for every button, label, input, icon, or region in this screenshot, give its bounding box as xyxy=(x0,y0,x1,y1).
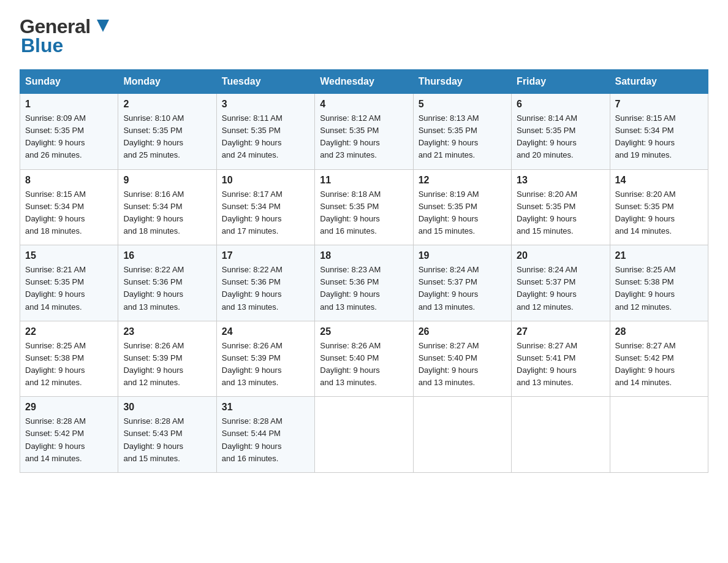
calendar-cell xyxy=(610,397,708,473)
day-number: 30 xyxy=(123,402,211,413)
day-info: Sunrise: 8:19 AM Sunset: 5:35 PM Dayligh… xyxy=(419,188,506,238)
day-number: 31 xyxy=(222,402,309,413)
calendar-cell: 10 Sunrise: 8:17 AM Sunset: 5:34 PM Dayl… xyxy=(216,169,314,245)
day-number: 21 xyxy=(615,250,703,261)
calendar-cell: 23 Sunrise: 8:26 AM Sunset: 5:39 PM Dayl… xyxy=(118,321,216,397)
calendar-cell: 21 Sunrise: 8:25 AM Sunset: 5:38 PM Dayl… xyxy=(610,245,708,321)
calendar-cell: 8 Sunrise: 8:15 AM Sunset: 5:34 PM Dayli… xyxy=(20,169,118,245)
day-number: 11 xyxy=(320,175,408,186)
calendar-header-row: SundayMondayTuesdayWednesdayThursdayFrid… xyxy=(20,70,708,94)
day-info: Sunrise: 8:17 AM Sunset: 5:34 PM Dayligh… xyxy=(222,188,309,238)
calendar-cell: 30 Sunrise: 8:28 AM Sunset: 5:43 PM Dayl… xyxy=(118,397,216,473)
day-info: Sunrise: 8:21 AM Sunset: 5:35 PM Dayligh… xyxy=(25,264,113,313)
day-number: 9 xyxy=(123,175,211,186)
calendar-cell: 20 Sunrise: 8:24 AM Sunset: 5:37 PM Dayl… xyxy=(512,245,610,321)
calendar-cell: 18 Sunrise: 8:23 AM Sunset: 5:36 PM Dayl… xyxy=(315,245,413,321)
calendar-cell: 26 Sunrise: 8:27 AM Sunset: 5:40 PM Dayl… xyxy=(413,321,511,397)
day-info: Sunrise: 8:20 AM Sunset: 5:35 PM Dayligh… xyxy=(517,188,604,238)
day-number: 18 xyxy=(320,250,408,261)
day-info: Sunrise: 8:13 AM Sunset: 5:35 PM Dayligh… xyxy=(419,112,506,162)
day-number: 12 xyxy=(419,175,506,186)
calendar-cell: 25 Sunrise: 8:26 AM Sunset: 5:40 PM Dayl… xyxy=(315,321,413,397)
calendar-cell: 14 Sunrise: 8:20 AM Sunset: 5:35 PM Dayl… xyxy=(610,169,708,245)
day-info: Sunrise: 8:24 AM Sunset: 5:37 PM Dayligh… xyxy=(419,264,506,313)
calendar-cell: 22 Sunrise: 8:25 AM Sunset: 5:38 PM Dayl… xyxy=(20,321,118,397)
day-info: Sunrise: 8:14 AM Sunset: 5:35 PM Dayligh… xyxy=(517,112,604,162)
calendar-cell: 1 Sunrise: 8:09 AM Sunset: 5:35 PM Dayli… xyxy=(20,94,118,170)
day-number: 20 xyxy=(517,250,604,261)
calendar-cell: 6 Sunrise: 8:14 AM Sunset: 5:35 PM Dayli… xyxy=(512,94,610,170)
calendar-cell xyxy=(315,397,413,473)
logo-blue-text: Blue xyxy=(21,34,63,56)
column-header-friday: Friday xyxy=(512,70,610,94)
day-info: Sunrise: 8:20 AM Sunset: 5:35 PM Dayligh… xyxy=(615,188,703,238)
column-header-sunday: Sunday xyxy=(20,70,118,94)
day-number: 24 xyxy=(222,326,309,337)
svg-marker-0 xyxy=(97,20,109,32)
column-header-monday: Monday xyxy=(118,70,216,94)
day-number: 4 xyxy=(320,99,408,110)
calendar-week-row: 29 Sunrise: 8:28 AM Sunset: 5:42 PM Dayl… xyxy=(20,397,708,473)
day-number: 7 xyxy=(615,99,703,110)
column-header-wednesday: Wednesday xyxy=(315,70,413,94)
day-number: 13 xyxy=(517,175,604,186)
logo: General Blue xyxy=(20,15,114,57)
day-number: 27 xyxy=(517,326,604,337)
day-number: 22 xyxy=(25,326,113,337)
calendar-cell: 13 Sunrise: 8:20 AM Sunset: 5:35 PM Dayl… xyxy=(512,169,610,245)
day-info: Sunrise: 8:25 AM Sunset: 5:38 PM Dayligh… xyxy=(615,264,703,313)
day-info: Sunrise: 8:25 AM Sunset: 5:38 PM Dayligh… xyxy=(25,340,113,389)
day-number: 8 xyxy=(25,175,113,186)
calendar-table: SundayMondayTuesdayWednesdayThursdayFrid… xyxy=(20,69,708,473)
day-info: Sunrise: 8:28 AM Sunset: 5:42 PM Dayligh… xyxy=(25,415,113,465)
calendar-cell: 5 Sunrise: 8:13 AM Sunset: 5:35 PM Dayli… xyxy=(413,94,511,170)
calendar-week-row: 1 Sunrise: 8:09 AM Sunset: 5:35 PM Dayli… xyxy=(20,94,708,170)
calendar-cell: 7 Sunrise: 8:15 AM Sunset: 5:34 PM Dayli… xyxy=(610,94,708,170)
calendar-cell: 31 Sunrise: 8:28 AM Sunset: 5:44 PM Dayl… xyxy=(216,397,314,473)
day-info: Sunrise: 8:26 AM Sunset: 5:39 PM Dayligh… xyxy=(222,340,309,389)
calendar-cell: 28 Sunrise: 8:27 AM Sunset: 5:42 PM Dayl… xyxy=(610,321,708,397)
day-info: Sunrise: 8:18 AM Sunset: 5:35 PM Dayligh… xyxy=(320,188,408,238)
day-number: 16 xyxy=(123,250,211,261)
day-number: 2 xyxy=(123,99,211,110)
calendar-cell: 24 Sunrise: 8:26 AM Sunset: 5:39 PM Dayl… xyxy=(216,321,314,397)
day-info: Sunrise: 8:26 AM Sunset: 5:40 PM Dayligh… xyxy=(320,340,408,389)
column-header-tuesday: Tuesday xyxy=(216,70,314,94)
day-number: 10 xyxy=(222,175,309,186)
day-info: Sunrise: 8:22 AM Sunset: 5:36 PM Dayligh… xyxy=(123,264,211,313)
day-info: Sunrise: 8:22 AM Sunset: 5:36 PM Dayligh… xyxy=(222,264,309,313)
day-number: 5 xyxy=(419,99,506,110)
day-number: 1 xyxy=(25,99,113,110)
calendar-cell: 16 Sunrise: 8:22 AM Sunset: 5:36 PM Dayl… xyxy=(118,245,216,321)
day-number: 26 xyxy=(419,326,506,337)
day-number: 29 xyxy=(25,402,113,413)
calendar-cell: 3 Sunrise: 8:11 AM Sunset: 5:35 PM Dayli… xyxy=(216,94,314,170)
day-info: Sunrise: 8:24 AM Sunset: 5:37 PM Dayligh… xyxy=(517,264,604,313)
day-info: Sunrise: 8:27 AM Sunset: 5:42 PM Dayligh… xyxy=(615,340,703,389)
calendar-cell: 17 Sunrise: 8:22 AM Sunset: 5:36 PM Dayl… xyxy=(216,245,314,321)
day-info: Sunrise: 8:15 AM Sunset: 5:34 PM Dayligh… xyxy=(615,112,703,162)
calendar-week-row: 15 Sunrise: 8:21 AM Sunset: 5:35 PM Dayl… xyxy=(20,245,708,321)
day-info: Sunrise: 8:27 AM Sunset: 5:41 PM Dayligh… xyxy=(517,340,604,389)
day-info: Sunrise: 8:28 AM Sunset: 5:43 PM Dayligh… xyxy=(123,415,211,465)
day-info: Sunrise: 8:10 AM Sunset: 5:35 PM Dayligh… xyxy=(123,112,211,162)
calendar-cell: 29 Sunrise: 8:28 AM Sunset: 5:42 PM Dayl… xyxy=(20,397,118,473)
day-number: 14 xyxy=(615,175,703,186)
calendar-cell: 11 Sunrise: 8:18 AM Sunset: 5:35 PM Dayl… xyxy=(315,169,413,245)
day-info: Sunrise: 8:27 AM Sunset: 5:40 PM Dayligh… xyxy=(419,340,506,389)
day-info: Sunrise: 8:26 AM Sunset: 5:39 PM Dayligh… xyxy=(123,340,211,389)
column-header-saturday: Saturday xyxy=(610,70,708,94)
day-info: Sunrise: 8:16 AM Sunset: 5:34 PM Dayligh… xyxy=(123,188,211,238)
day-info: Sunrise: 8:11 AM Sunset: 5:35 PM Dayligh… xyxy=(222,112,309,162)
calendar-cell: 9 Sunrise: 8:16 AM Sunset: 5:34 PM Dayli… xyxy=(118,169,216,245)
day-number: 28 xyxy=(615,326,703,337)
day-number: 23 xyxy=(123,326,211,337)
calendar-cell: 2 Sunrise: 8:10 AM Sunset: 5:35 PM Dayli… xyxy=(118,94,216,170)
calendar-cell: 12 Sunrise: 8:19 AM Sunset: 5:35 PM Dayl… xyxy=(413,169,511,245)
calendar-cell: 4 Sunrise: 8:12 AM Sunset: 5:35 PM Dayli… xyxy=(315,94,413,170)
day-number: 6 xyxy=(517,99,604,110)
day-number: 25 xyxy=(320,326,408,337)
day-info: Sunrise: 8:12 AM Sunset: 5:35 PM Dayligh… xyxy=(320,112,408,162)
day-info: Sunrise: 8:09 AM Sunset: 5:35 PM Dayligh… xyxy=(25,112,113,162)
day-number: 3 xyxy=(222,99,309,110)
